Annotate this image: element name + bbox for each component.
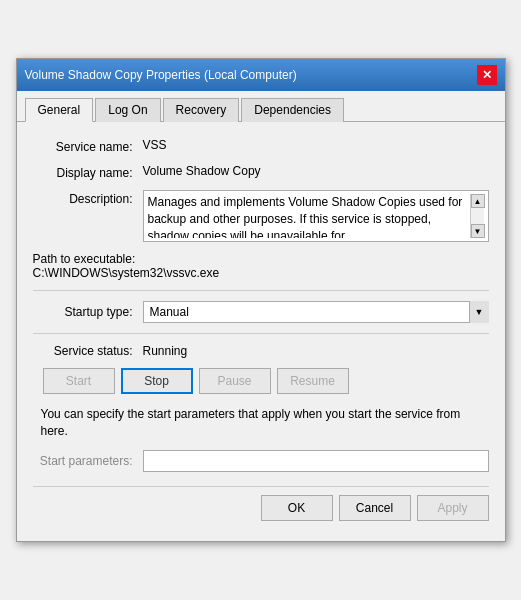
description-label: Description:: [33, 190, 143, 206]
service-status-value: Running: [143, 344, 188, 358]
divider-1: [33, 290, 489, 291]
tab-general[interactable]: General: [25, 98, 94, 122]
startup-label: Startup type:: [33, 305, 143, 319]
tab-recovery[interactable]: Recovery: [163, 98, 240, 122]
service-status-label: Service status:: [33, 344, 143, 358]
tab-content: Service name: VSS Display name: Volume S…: [17, 122, 505, 541]
scroll-track: [471, 208, 484, 224]
tab-logon[interactable]: Log On: [95, 98, 160, 122]
description-box[interactable]: Manages and implements Volume Shadow Cop…: [143, 190, 489, 242]
start-params-label: Start parameters:: [33, 454, 143, 468]
description-scrollbar[interactable]: ▲ ▼: [470, 194, 484, 238]
cancel-button[interactable]: Cancel: [339, 495, 411, 521]
display-name-label: Display name:: [33, 164, 143, 180]
help-text: You can specify the start parameters tha…: [33, 406, 489, 440]
scroll-down[interactable]: ▼: [471, 224, 485, 238]
apply-button[interactable]: Apply: [417, 495, 489, 521]
tab-dependencies[interactable]: Dependencies: [241, 98, 344, 122]
start-button[interactable]: Start: [43, 368, 115, 394]
control-buttons-row: Start Stop Pause Resume: [43, 368, 489, 394]
scroll-up[interactable]: ▲: [471, 194, 485, 208]
service-name-label: Service name:: [33, 138, 143, 154]
path-value: C:\WINDOWS\system32\vssvc.exe: [33, 266, 489, 280]
bottom-buttons: OK Cancel Apply: [33, 486, 489, 525]
pause-button[interactable]: Pause: [199, 368, 271, 394]
display-name-row: Display name: Volume Shadow Copy: [33, 164, 489, 180]
service-status-row: Service status: Running: [33, 344, 489, 358]
close-button[interactable]: ✕: [477, 65, 497, 85]
stop-button[interactable]: Stop: [121, 368, 193, 394]
startup-row: Startup type: Automatic Automatic (Delay…: [33, 301, 489, 323]
service-name-row: Service name: VSS: [33, 138, 489, 154]
resume-button[interactable]: Resume: [277, 368, 349, 394]
description-row: Description: Manages and implements Volu…: [33, 190, 489, 242]
startup-select-wrapper[interactable]: Automatic Automatic (Delayed Start) Manu…: [143, 301, 489, 323]
startup-select[interactable]: Automatic Automatic (Delayed Start) Manu…: [143, 301, 489, 323]
properties-window: Volume Shadow Copy Properties (Local Com…: [16, 58, 506, 542]
description-text: Manages and implements Volume Shadow Cop…: [148, 194, 470, 238]
path-label: Path to executable:: [33, 252, 489, 266]
start-params-row: Start parameters:: [33, 450, 489, 472]
path-section: Path to executable: C:\WINDOWS\system32\…: [33, 252, 489, 280]
title-bar: Volume Shadow Copy Properties (Local Com…: [17, 59, 505, 91]
service-name-value: VSS: [143, 138, 489, 152]
display-name-value: Volume Shadow Copy: [143, 164, 489, 178]
window-title: Volume Shadow Copy Properties (Local Com…: [25, 68, 297, 82]
tabs-container: General Log On Recovery Dependencies: [17, 91, 505, 122]
ok-button[interactable]: OK: [261, 495, 333, 521]
start-params-input[interactable]: [143, 450, 489, 472]
divider-2: [33, 333, 489, 334]
